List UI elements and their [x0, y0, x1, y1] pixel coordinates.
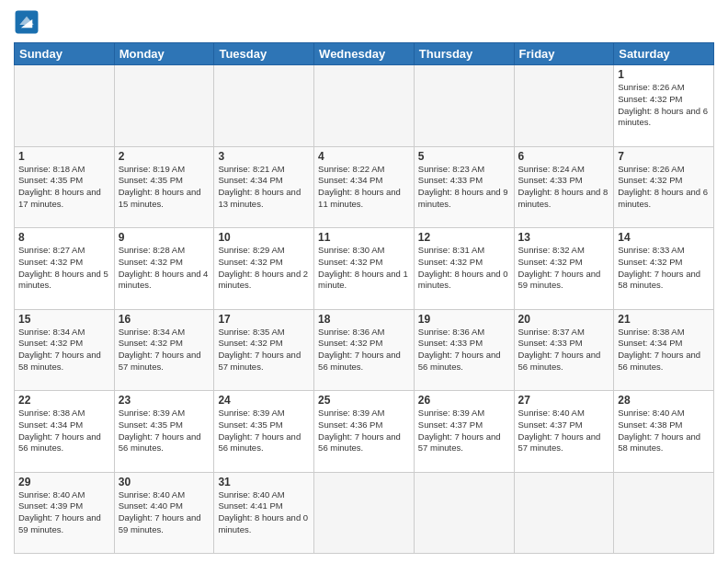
calendar-cell: 18Sunrise: 8:36 AMSunset: 4:32 PMDayligh… — [314, 309, 415, 391]
day-info: Sunrise: 8:30 AMSunset: 4:32 PMDaylight:… — [318, 245, 410, 292]
calendar-cell — [614, 472, 714, 554]
calendar-cell: 30Sunrise: 8:40 AMSunset: 4:40 PMDayligh… — [114, 472, 214, 554]
day-number: 27 — [518, 394, 610, 407]
day-number: 1 — [18, 150, 110, 163]
day-info: Sunrise: 8:39 AMSunset: 4:36 PMDaylight:… — [318, 408, 410, 454]
weekday-header-tuesday: Tuesday — [214, 43, 314, 65]
day-info: Sunrise: 8:40 AMSunset: 4:40 PMDaylight:… — [119, 489, 210, 536]
calendar-cell: 10Sunrise: 8:29 AMSunset: 4:32 PMDayligh… — [214, 228, 314, 310]
day-number: 14 — [618, 231, 710, 244]
day-number: 16 — [119, 313, 210, 326]
day-info: Sunrise: 8:32 AMSunset: 4:32 PMDaylight:… — [518, 245, 610, 292]
day-number: 22 — [18, 394, 110, 407]
day-info: Sunrise: 8:39 AMSunset: 4:35 PMDaylight:… — [119, 408, 210, 454]
weekday-header-friday: Friday — [514, 43, 614, 65]
calendar-cell: 26Sunrise: 8:39 AMSunset: 4:37 PMDayligh… — [414, 391, 514, 473]
day-number: 1 — [618, 68, 710, 81]
calendar-cell — [414, 65, 514, 147]
day-number: 17 — [218, 313, 310, 326]
day-number: 3 — [218, 150, 310, 163]
weekday-header-wednesday: Wednesday — [314, 43, 415, 65]
day-number: 6 — [518, 150, 610, 163]
calendar-cell: 2Sunrise: 8:19 AMSunset: 4:35 PMDaylight… — [114, 146, 214, 228]
day-number: 8 — [18, 231, 110, 244]
day-info: Sunrise: 8:38 AMSunset: 4:34 PMDaylight:… — [18, 408, 110, 454]
calendar-cell: 11Sunrise: 8:30 AMSunset: 4:32 PMDayligh… — [314, 228, 415, 310]
calendar-cell: 13Sunrise: 8:32 AMSunset: 4:32 PMDayligh… — [514, 228, 614, 310]
day-info: Sunrise: 8:35 AMSunset: 4:32 PMDaylight:… — [218, 327, 310, 373]
calendar-cell: 22Sunrise: 8:38 AMSunset: 4:34 PMDayligh… — [15, 391, 115, 473]
calendar-week-5: 29Sunrise: 8:40 AMSunset: 4:39 PMDayligh… — [15, 472, 714, 554]
calendar-cell: 15Sunrise: 8:34 AMSunset: 4:32 PMDayligh… — [15, 309, 115, 391]
day-number: 11 — [318, 231, 410, 244]
day-info: Sunrise: 8:28 AMSunset: 4:32 PMDaylight:… — [119, 245, 210, 292]
calendar-cell: 9Sunrise: 8:28 AMSunset: 4:32 PMDaylight… — [114, 228, 214, 310]
calendar-week-3: 15Sunrise: 8:34 AMSunset: 4:32 PMDayligh… — [15, 309, 714, 391]
calendar-cell: 14Sunrise: 8:33 AMSunset: 4:32 PMDayligh… — [614, 228, 714, 310]
day-number: 5 — [418, 150, 510, 163]
calendar-cell: 7Sunrise: 8:26 AMSunset: 4:32 PMDaylight… — [614, 146, 714, 228]
weekday-header-saturday: Saturday — [614, 43, 714, 65]
day-number: 31 — [218, 476, 310, 488]
day-info: Sunrise: 8:34 AMSunset: 4:32 PMDaylight:… — [119, 327, 210, 373]
calendar-cell: 20Sunrise: 8:37 AMSunset: 4:33 PMDayligh… — [514, 309, 614, 391]
day-info: Sunrise: 8:31 AMSunset: 4:32 PMDaylight:… — [418, 245, 510, 292]
day-info: Sunrise: 8:21 AMSunset: 4:34 PMDaylight:… — [218, 164, 310, 211]
weekday-header-thursday: Thursday — [414, 43, 514, 65]
day-number: 23 — [119, 394, 210, 407]
calendar-cell: 23Sunrise: 8:39 AMSunset: 4:35 PMDayligh… — [114, 391, 214, 473]
header — [14, 9, 714, 35]
calendar-cell — [514, 472, 614, 554]
day-number: 20 — [518, 313, 610, 326]
day-number: 13 — [518, 231, 610, 244]
calendar-cell — [314, 472, 415, 554]
calendar-cell: 3Sunrise: 8:21 AMSunset: 4:34 PMDaylight… — [214, 146, 314, 228]
day-number: 28 — [618, 394, 710, 407]
day-number: 24 — [218, 394, 310, 407]
calendar-cell: 25Sunrise: 8:39 AMSunset: 4:36 PMDayligh… — [314, 391, 415, 473]
calendar-cell — [114, 65, 214, 147]
calendar-week-1: 1Sunrise: 8:18 AMSunset: 4:35 PMDaylight… — [15, 146, 714, 228]
calendar-cell: 12Sunrise: 8:31 AMSunset: 4:32 PMDayligh… — [414, 228, 514, 310]
calendar-cell — [414, 472, 514, 554]
logo-icon — [14, 9, 40, 35]
day-number: 18 — [318, 313, 410, 326]
calendar-week-4: 22Sunrise: 8:38 AMSunset: 4:34 PMDayligh… — [15, 391, 714, 473]
day-info: Sunrise: 8:26 AMSunset: 4:32 PMDaylight:… — [618, 82, 710, 129]
day-info: Sunrise: 8:40 AMSunset: 4:41 PMDaylight:… — [218, 489, 310, 536]
calendar-cell: 27Sunrise: 8:40 AMSunset: 4:37 PMDayligh… — [514, 391, 614, 473]
day-number: 4 — [318, 150, 410, 163]
day-info: Sunrise: 8:24 AMSunset: 4:33 PMDaylight:… — [518, 164, 610, 211]
day-info: Sunrise: 8:40 AMSunset: 4:37 PMDaylight:… — [518, 408, 610, 454]
weekday-header-sunday: Sunday — [15, 43, 115, 65]
calendar-cell — [514, 65, 614, 147]
day-info: Sunrise: 8:36 AMSunset: 4:32 PMDaylight:… — [318, 327, 410, 373]
day-number: 9 — [119, 231, 210, 244]
calendar-cell: 8Sunrise: 8:27 AMSunset: 4:32 PMDaylight… — [15, 228, 115, 310]
calendar-cell: 24Sunrise: 8:39 AMSunset: 4:35 PMDayligh… — [214, 391, 314, 473]
day-info: Sunrise: 8:39 AMSunset: 4:35 PMDaylight:… — [218, 408, 310, 454]
day-number: 30 — [119, 476, 210, 488]
calendar-cell: 1Sunrise: 8:26 AMSunset: 4:32 PMDaylight… — [614, 65, 714, 147]
day-number: 29 — [18, 476, 110, 488]
calendar-cell: 16Sunrise: 8:34 AMSunset: 4:32 PMDayligh… — [114, 309, 214, 391]
day-number: 26 — [418, 394, 510, 407]
day-number: 19 — [418, 313, 510, 326]
day-info: Sunrise: 8:37 AMSunset: 4:33 PMDaylight:… — [518, 327, 610, 373]
day-info: Sunrise: 8:33 AMSunset: 4:32 PMDaylight:… — [618, 245, 710, 292]
day-info: Sunrise: 8:26 AMSunset: 4:32 PMDaylight:… — [618, 164, 710, 211]
calendar-cell: 29Sunrise: 8:40 AMSunset: 4:39 PMDayligh… — [15, 472, 115, 554]
day-info: Sunrise: 8:19 AMSunset: 4:35 PMDaylight:… — [119, 164, 210, 211]
calendar-cell: 5Sunrise: 8:23 AMSunset: 4:33 PMDaylight… — [414, 146, 514, 228]
calendar-cell: 21Sunrise: 8:38 AMSunset: 4:34 PMDayligh… — [614, 309, 714, 391]
day-info: Sunrise: 8:38 AMSunset: 4:34 PMDaylight:… — [618, 327, 710, 373]
day-number: 21 — [618, 313, 710, 326]
calendar-week-2: 8Sunrise: 8:27 AMSunset: 4:32 PMDaylight… — [15, 228, 714, 310]
logo — [14, 9, 41, 35]
weekday-header-monday: Monday — [114, 43, 214, 65]
day-info: Sunrise: 8:23 AMSunset: 4:33 PMDaylight:… — [418, 164, 510, 211]
calendar-cell: 19Sunrise: 8:36 AMSunset: 4:33 PMDayligh… — [414, 309, 514, 391]
day-info: Sunrise: 8:29 AMSunset: 4:32 PMDaylight:… — [218, 245, 310, 292]
calendar-cell — [214, 65, 314, 147]
calendar-cell — [15, 65, 115, 147]
